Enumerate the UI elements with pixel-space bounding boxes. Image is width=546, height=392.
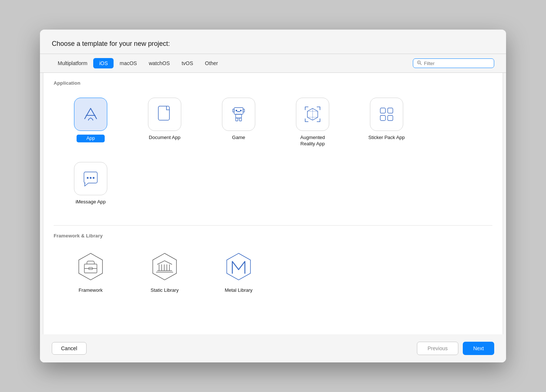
template-static-library[interactable]: Static Library [128, 244, 202, 300]
framework-library-templates-grid: Framework [54, 244, 492, 310]
application-section-header: Application [54, 80, 492, 86]
filter-wrapper [413, 58, 494, 68]
content-area: Application App [43, 73, 503, 334]
template-framework[interactable]: Framework [54, 244, 128, 300]
metal-library-icon [222, 250, 255, 284]
game-icon [229, 105, 248, 124]
svg-point-18 [87, 177, 89, 179]
filter-icon [417, 60, 422, 66]
template-document-app-label: Document App [149, 135, 180, 141]
tab-bar: Multiplatform iOS macOS watchOS tvOS Oth… [40, 54, 506, 73]
svg-rect-10 [239, 118, 242, 121]
filter-input[interactable] [424, 61, 490, 66]
svg-rect-8 [236, 114, 242, 118]
framework-icon [74, 250, 107, 284]
app-icon-svg [81, 105, 100, 124]
template-game[interactable]: Game [202, 92, 276, 153]
template-game-icon-box [222, 98, 255, 131]
svg-line-1 [420, 64, 421, 65]
template-imessage-app[interactable]: iMessage App [54, 156, 128, 211]
sticker-pack-icon [377, 105, 396, 124]
template-ar-app-icon-box [296, 98, 329, 131]
svg-rect-7 [243, 109, 245, 112]
document-app-icon [156, 105, 173, 124]
svg-rect-13 [237, 111, 240, 112]
new-project-dialog: Choose a template for your new project: … [40, 30, 506, 362]
template-sticker-pack-app[interactable]: Sticker Pack App [350, 92, 424, 153]
svg-rect-4 [158, 106, 169, 120]
template-sticker-pack-app-icon-box [370, 98, 403, 131]
template-document-app-icon-box [148, 98, 181, 131]
template-metal-library-icon-box [222, 250, 255, 284]
application-templates-grid: App Document App [54, 92, 492, 222]
template-framework-icon-box [74, 250, 107, 284]
template-app-icon-box [74, 98, 107, 131]
svg-rect-15 [388, 108, 393, 113]
svg-rect-14 [380, 108, 385, 113]
framework-library-section-header: Framework & Library [54, 233, 492, 239]
tab-other[interactable]: Other [199, 58, 224, 68]
template-sticker-pack-app-label: Sticker Pack App [368, 135, 405, 141]
template-ar-app[interactable]: AugmentedReality App [276, 92, 350, 153]
template-ar-app-label: AugmentedReality App [300, 135, 325, 147]
svg-point-2 [418, 62, 419, 63]
svg-rect-17 [388, 115, 393, 121]
tab-watchos[interactable]: watchOS [143, 58, 176, 68]
previous-button[interactable]: Previous [417, 342, 458, 355]
nav-buttons: Previous Next [417, 342, 494, 355]
svg-rect-6 [233, 109, 234, 112]
tab-tvos[interactable]: tvOS [176, 58, 199, 68]
template-app-label: App [77, 135, 104, 142]
ar-app-icon [303, 105, 322, 124]
template-game-label: Game [232, 135, 245, 141]
static-library-icon [148, 250, 181, 284]
imessage-app-icon [81, 169, 100, 188]
template-static-library-label: Static Library [151, 287, 179, 294]
framework-library-section: Framework & Library [43, 226, 503, 314]
template-metal-library[interactable]: Metal Library [202, 244, 276, 300]
template-imessage-app-icon-box [74, 162, 107, 195]
application-section: Application App [43, 73, 503, 225]
template-framework-label: Framework [78, 287, 102, 294]
dialog-footer: Cancel Previous Next [40, 334, 506, 362]
dialog-title: Choose a template for your new project: [40, 30, 506, 54]
tab-ios[interactable]: iOS [93, 58, 114, 68]
template-app[interactable]: App [54, 92, 128, 153]
svg-rect-5 [234, 108, 243, 114]
next-button[interactable]: Next [463, 342, 494, 355]
template-imessage-app-label: iMessage App [75, 199, 106, 205]
template-metal-library-label: Metal Library [225, 287, 252, 294]
filter-input-container [413, 58, 494, 68]
svg-rect-9 [236, 118, 238, 121]
svg-rect-12 [240, 110, 242, 111]
tab-macos[interactable]: macOS [114, 58, 143, 68]
template-document-app[interactable]: Document App [128, 92, 202, 153]
cancel-button[interactable]: Cancel [52, 342, 87, 355]
svg-rect-16 [380, 115, 385, 121]
tab-multiplatform[interactable]: Multiplatform [52, 58, 93, 68]
svg-point-20 [93, 177, 95, 179]
svg-rect-11 [236, 110, 237, 111]
svg-point-19 [90, 177, 92, 179]
template-static-library-icon-box [148, 250, 181, 284]
